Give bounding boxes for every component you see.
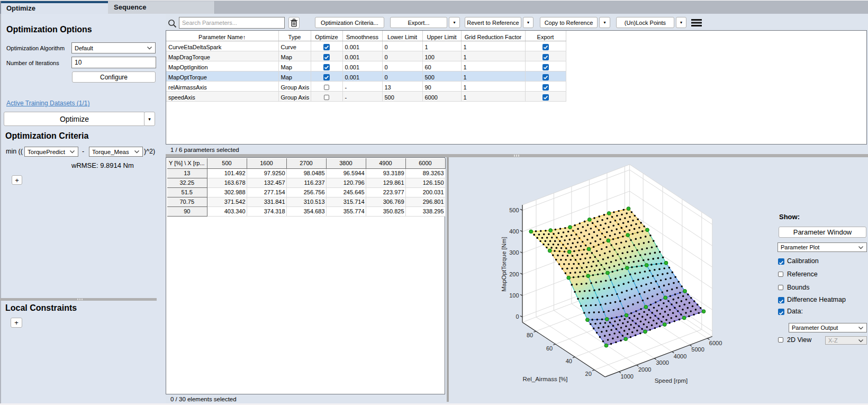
svg-text:1000: 1000 (620, 373, 633, 380)
svg-text:0: 0 (516, 313, 519, 320)
svg-text:400: 400 (509, 228, 519, 235)
svg-text:500: 500 (509, 207, 519, 213)
svg-text:MapOptTorque [Nm]: MapOptTorque [Nm] (501, 237, 507, 292)
svg-text:6000: 6000 (709, 340, 722, 346)
svg-text:80: 80 (527, 332, 533, 338)
svg-text:4000: 4000 (674, 353, 686, 359)
svg-text:300: 300 (509, 249, 519, 256)
svg-text:200: 200 (509, 271, 519, 277)
svg-text:60: 60 (546, 345, 553, 352)
svg-text:40: 40 (566, 358, 572, 364)
svg-text:20: 20 (585, 371, 592, 377)
svg-text:Rel_Airmass [%]: Rel_Airmass [%] (523, 376, 568, 382)
svg-text:100: 100 (509, 292, 519, 299)
svg-text:2000: 2000 (638, 366, 651, 373)
svg-text:5000: 5000 (691, 346, 704, 353)
svg-text:3000: 3000 (656, 359, 668, 366)
svg-text:Speed [rpm]: Speed [rpm] (655, 377, 688, 384)
